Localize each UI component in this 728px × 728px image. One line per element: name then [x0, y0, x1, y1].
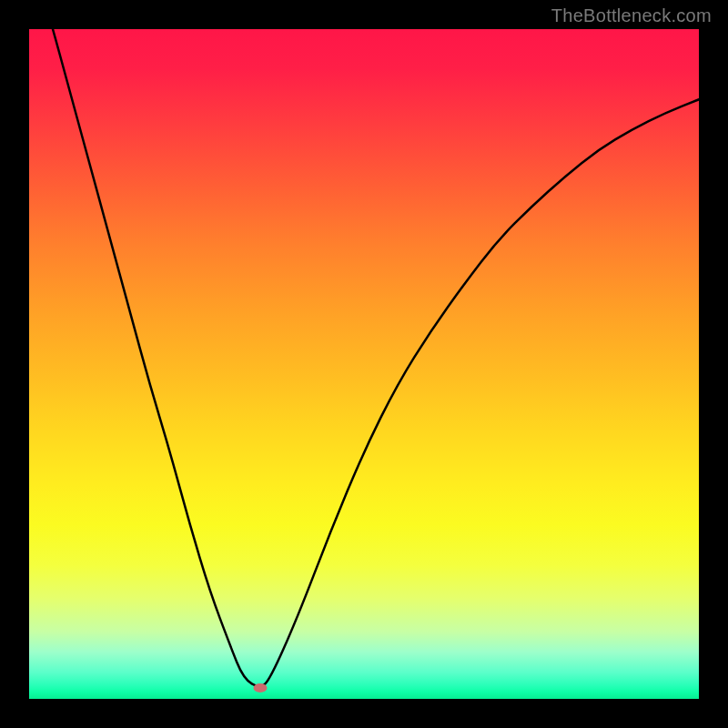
curve-layer — [29, 29, 699, 699]
min-marker-icon — [254, 683, 268, 693]
plot-area — [29, 29, 699, 699]
bottleneck-curve — [29, 29, 699, 686]
watermark-label: TheBottleneck.com — [551, 5, 712, 26]
chart-frame: TheBottleneck.com — [0, 0, 728, 728]
